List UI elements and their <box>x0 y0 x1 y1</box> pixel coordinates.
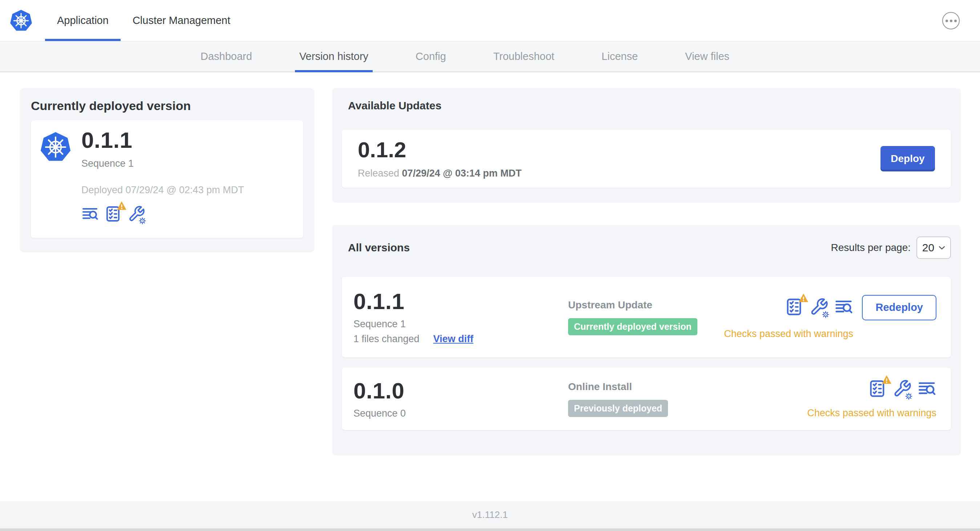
all-versions-card: All versions Results per page: 20 0.1.1 … <box>332 225 961 455</box>
warning-triangle-icon <box>881 375 892 384</box>
version-row: 0.1.0 Sequence 0 Online Install Previous… <box>342 367 951 430</box>
available-updates-title: Available Updates <box>348 99 951 112</box>
all-versions-title: All versions <box>348 241 410 254</box>
chevron-down-icon <box>939 245 945 250</box>
tab-dashboard[interactable]: Dashboard <box>200 41 252 72</box>
row-version-number: 0.1.1 <box>353 289 568 313</box>
kubernetes-version-icon <box>40 131 72 163</box>
tab-cluster-management[interactable]: Cluster Management <box>121 0 242 41</box>
gear-icon <box>821 310 830 319</box>
status-badge: Currently deployed version <box>568 318 697 335</box>
available-updates-card: Available Updates 0.1.2 Released 07/29/2… <box>332 88 961 203</box>
row-sequence: Sequence 0 <box>353 408 568 419</box>
tab-license[interactable]: License <box>601 41 638 72</box>
warning-triangle-icon <box>799 293 808 302</box>
tab-view-files[interactable]: View files <box>685 41 729 72</box>
currently-deployed-card: Currently deployed version 0.1.1 Sequenc… <box>20 88 314 253</box>
deploy-button[interactable]: Deploy <box>880 146 935 172</box>
update-row: 0.1.2 Released 07/29/24 @ 03:14 pm MDT D… <box>342 130 951 188</box>
deployed-timestamp: Deployed 07/29/24 @ 02:43 pm MDT <box>81 184 244 196</box>
kubernetes-logo-icon <box>10 9 33 32</box>
ellipsis-menu-icon[interactable] <box>942 12 960 29</box>
warning-triangle-icon <box>116 201 127 210</box>
app-logo <box>0 0 33 41</box>
row-version-number: 0.1.0 <box>353 379 568 403</box>
tab-application[interactable]: Application <box>45 0 121 41</box>
tab-version-history[interactable]: Version history <box>299 41 368 72</box>
checks-status-link[interactable]: Checks passed with warnings <box>724 328 853 340</box>
preflight-checks-warning-icon[interactable] <box>785 297 804 318</box>
status-badge: Previously deployed <box>568 400 668 417</box>
edit-config-icon[interactable] <box>128 205 145 224</box>
checks-status-link[interactable]: Checks passed with warnings <box>807 407 936 419</box>
top-nav: Application Cluster Management <box>0 0 980 41</box>
deploy-logs-icon[interactable] <box>81 205 99 224</box>
update-released-line: Released 07/29/24 @ 03:14 pm MDT <box>358 168 522 179</box>
deployed-sequence: Sequence 1 <box>81 158 244 169</box>
tab-config[interactable]: Config <box>415 41 446 72</box>
version-source-label: Upstream Update <box>568 299 724 311</box>
view-diff-link[interactable]: View diff <box>433 334 474 345</box>
app-sub-nav: Dashboard Version history Config Trouble… <box>0 41 980 72</box>
footer: v1.112.1 <box>0 501 980 528</box>
bottom-edge-strip <box>0 528 980 531</box>
deployed-version-number: 0.1.1 <box>81 128 244 152</box>
primary-tabs: Application Cluster Management <box>45 0 242 41</box>
edit-config-icon[interactable] <box>810 297 829 318</box>
redeploy-button[interactable]: Redeploy <box>862 295 936 320</box>
deploy-logs-icon[interactable] <box>918 379 936 399</box>
tab-troubleshoot[interactable]: Troubleshoot <box>493 41 554 72</box>
results-per-page-select[interactable]: 20 <box>916 237 951 259</box>
gear-icon <box>904 392 913 401</box>
version-row: 0.1.1 Sequence 1 1 files changed View di… <box>342 277 951 358</box>
edit-config-icon[interactable] <box>893 379 912 399</box>
preflight-checks-warning-icon[interactable] <box>105 205 122 224</box>
gear-icon <box>138 216 147 225</box>
files-changed-label: 1 files changed <box>353 334 420 345</box>
update-version-number: 0.1.2 <box>358 139 522 161</box>
currently-deployed-title: Currently deployed version <box>31 99 303 113</box>
deployed-version-card: 0.1.1 Sequence 1 Deployed 07/29/24 @ 02:… <box>31 120 303 238</box>
row-sequence: Sequence 1 <box>353 318 568 330</box>
version-source-label: Online Install <box>568 381 807 393</box>
console-version: v1.112.1 <box>472 509 508 520</box>
deploy-logs-icon[interactable] <box>834 297 853 318</box>
results-per-page-label: Results per page: <box>831 242 911 253</box>
update-released-date: 07/29/24 @ 03:14 pm MDT <box>402 168 522 179</box>
preflight-checks-warning-icon[interactable] <box>868 379 887 399</box>
